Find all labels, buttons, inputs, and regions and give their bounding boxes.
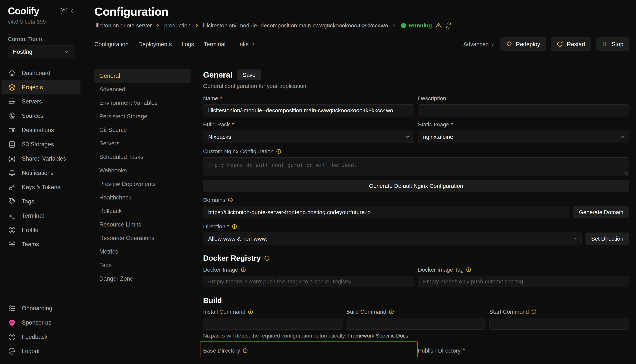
info-icon[interactable]	[241, 267, 246, 272]
status-dot	[401, 23, 406, 28]
direction-select[interactable]: Allow www & non-www.	[203, 232, 582, 245]
sidebar-item-feedback[interactable]: Feedback	[2, 330, 81, 344]
info-icon[interactable]	[466, 267, 472, 272]
required-mark: *	[451, 121, 453, 128]
restart-button[interactable]: Restart	[551, 37, 591, 51]
team-select[interactable]: Hosting	[8, 45, 74, 58]
sidebar-item-tags[interactable]: Tags	[2, 194, 81, 209]
sidebar-item-logout[interactable]: Logout	[2, 344, 81, 358]
static-image-select[interactable]: nginx:alpine	[418, 130, 629, 143]
subnav-item-scheduled-tasks[interactable]: Scheduled Tasks	[94, 150, 191, 164]
sidebar-item-projects[interactable]: Projects	[2, 80, 81, 94]
refresh-icon[interactable]	[445, 22, 452, 29]
save-button[interactable]: Save	[237, 70, 261, 80]
sidebar-item-servers[interactable]: Servers	[2, 94, 81, 109]
status-badge[interactable]: Running	[409, 22, 432, 29]
sidebar-item-label: Notifications	[22, 170, 54, 176]
info-icon[interactable]	[242, 348, 248, 354]
generate-nginx-button[interactable]: Generate Default Nginx Configuration	[203, 180, 629, 192]
redeploy-button[interactable]: Redeploy	[500, 37, 546, 51]
info-icon[interactable]	[248, 309, 253, 314]
sidebar-item-onboarding[interactable]: Onboarding	[2, 301, 81, 316]
info-icon[interactable]	[531, 309, 537, 314]
status-group: Running	[401, 22, 452, 29]
subnav-item-healthcheck[interactable]: Healthcheck	[94, 191, 191, 204]
stop-button[interactable]: Stop	[596, 37, 629, 51]
direction-label: Direction*	[203, 223, 629, 230]
subnav-item-persistent-storage[interactable]: Persistent Storage	[94, 110, 191, 123]
docker-image-tag-input[interactable]	[418, 276, 629, 287]
set-direction-button[interactable]: Set Direction	[585, 232, 629, 245]
tab-configuration[interactable]: Configuration	[94, 41, 128, 48]
info-icon[interactable]	[264, 255, 270, 261]
tab-deployments[interactable]: Deployments	[138, 41, 172, 48]
subnav-item-webhooks[interactable]: Webhooks	[94, 164, 191, 177]
sidebar-item-dashboard[interactable]: Dashboard	[2, 66, 81, 80]
subnav-item-environment-variables[interactable]: Environment Variables	[94, 96, 191, 110]
build-pack-value: Nixpacks	[208, 134, 231, 140]
breadcrumb-separator-icon	[155, 23, 160, 28]
domains-input[interactable]	[203, 206, 569, 218]
build-pack-select[interactable]: Nixpacks	[203, 130, 414, 143]
sidebar-item-profile[interactable]: Profile	[2, 223, 81, 237]
sidebar-item-label: Terminal	[22, 212, 44, 219]
subnav-item-advanced[interactable]: Advanced	[94, 83, 191, 96]
terminal-icon: >_	[8, 212, 16, 220]
subnav-item-metrics[interactable]: Metrics	[94, 245, 191, 258]
static-image-label: Static Image*	[418, 121, 629, 128]
breadcrumb-project[interactable]: illicitonion quote server	[94, 22, 152, 29]
breadcrumb-environment[interactable]: production	[164, 22, 190, 29]
tab-terminal[interactable]: Terminal	[204, 41, 226, 48]
breadcrumb-application[interactable]: illicitestonion/-module--decomposition:m…	[203, 22, 388, 29]
section-subtitle: General configuration for your applicati…	[203, 83, 629, 89]
sidebar-item-terminal[interactable]: >_ Terminal	[2, 209, 81, 223]
tab-logs[interactable]: Logs	[181, 41, 194, 48]
start-command-input[interactable]	[489, 318, 629, 330]
docker-image-input[interactable]	[203, 276, 414, 287]
sidebar-item-destinations[interactable]: Destinations	[2, 123, 81, 137]
warning-icon[interactable]	[435, 22, 442, 29]
info-icon[interactable]	[276, 148, 282, 154]
info-icon[interactable]	[388, 309, 394, 314]
subnav-item-resource-limits[interactable]: Resource Limits	[94, 218, 191, 232]
subnav-item-danger-zone[interactable]: Danger Zone	[94, 272, 191, 286]
logout-icon	[8, 347, 16, 355]
variable-icon: (x)	[8, 154, 16, 163]
breadcrumb-separator-icon	[194, 23, 199, 28]
subnav-item-general[interactable]: General	[94, 69, 191, 83]
sidebar-item-sponsor-us[interactable]: Sponsor us	[2, 316, 81, 330]
build-command-input[interactable]	[346, 318, 486, 330]
sidebar-item-s3-storages[interactable]: S3 Storages	[2, 137, 81, 152]
sidebar-footer: Onboarding Sponsor us Feedback Logout	[0, 301, 82, 358]
sidebar-item-label: Servers	[22, 98, 42, 105]
install-command-label: Install Command	[203, 308, 343, 315]
sidebar-item-shared-variables[interactable]: (x) Shared Variables	[2, 152, 81, 166]
description-input[interactable]	[418, 104, 629, 116]
generate-domain-button[interactable]: Generate Domain	[573, 206, 629, 218]
name-input[interactable]	[203, 104, 414, 116]
subnav-item-preview-deployments[interactable]: Preview Deployments	[94, 177, 191, 191]
advanced-dropdown[interactable]: Advanced	[463, 41, 495, 48]
framework-docs-link[interactable]: Framework Specific Docs	[347, 333, 408, 339]
subnav-item-git-source[interactable]: Git Source	[94, 123, 191, 137]
subnav-item-tags[interactable]: Tags	[94, 258, 191, 272]
install-command-input[interactable]	[203, 318, 343, 330]
sidebar-item-sources[interactable]: Sources	[2, 109, 81, 123]
start-command-label: Start Command	[489, 308, 629, 315]
info-icon[interactable]	[232, 224, 237, 229]
subnav-item-rollback[interactable]: Rollback	[94, 204, 191, 218]
sidebar-item-label: Destinations	[22, 127, 54, 134]
resize-handle[interactable]	[624, 172, 627, 175]
stop-label: Stop	[611, 41, 623, 48]
theme-sun-icon[interactable]	[60, 7, 68, 15]
tab-links[interactable]: Links	[235, 41, 255, 48]
sidebar-item-teams[interactable]: Teams	[2, 237, 81, 252]
stop-icon	[601, 41, 608, 48]
sidebar-item-notifications[interactable]: Notifications	[2, 166, 81, 180]
custom-nginx-textarea[interactable]	[203, 158, 629, 176]
info-icon[interactable]	[228, 197, 233, 203]
theme-updown-icon[interactable]	[70, 8, 75, 13]
subnav-item-servers[interactable]: Servers	[94, 137, 191, 150]
subnav-item-resource-operations[interactable]: Resource Operations	[94, 232, 191, 245]
sidebar-item-keys-tokens[interactable]: Keys & Tokens	[2, 180, 81, 194]
